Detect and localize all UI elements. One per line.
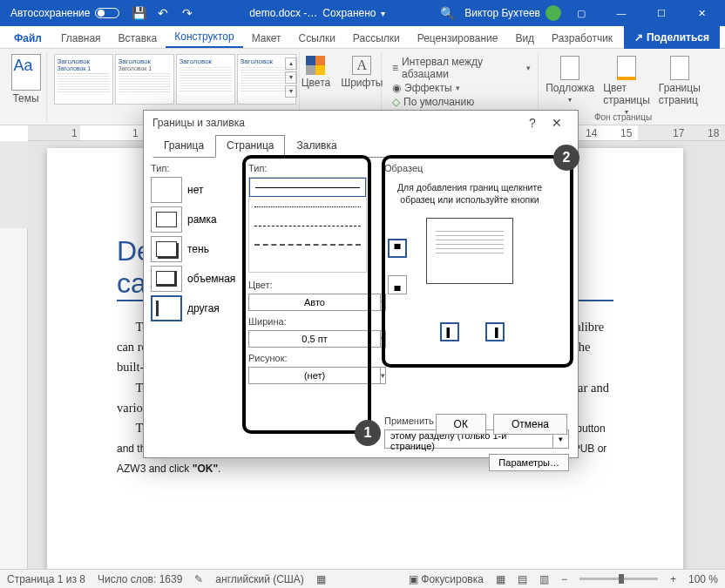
tab-file[interactable]: Файл xyxy=(3,29,52,48)
dialog-tab-page[interactable]: Страница xyxy=(215,135,285,158)
saved-label: Сохранено xyxy=(322,7,376,19)
preview-hint: Для добавления границ щелкните образец и… xyxy=(384,177,555,211)
macros-icon[interactable]: ▦ xyxy=(316,573,326,585)
status-language[interactable]: английский (США) xyxy=(215,573,303,585)
line-style-list[interactable] xyxy=(248,177,367,273)
color-value[interactable] xyxy=(248,294,381,311)
autosave-label: Автосохранение xyxy=(10,7,90,19)
gallery-down-icon[interactable]: ▾ xyxy=(285,71,297,84)
ok-button[interactable]: ОК xyxy=(436,414,486,435)
zoom-out-icon[interactable]: − xyxy=(561,573,567,585)
fonts-label: Шрифты xyxy=(341,77,383,89)
toggle-switch[interactable] xyxy=(95,8,119,18)
options-button[interactable]: Параметры… xyxy=(489,454,569,471)
page-color-button[interactable]: Цвет страницы▾ xyxy=(603,56,650,116)
effects-button[interactable]: ◉Эффекты▾ xyxy=(392,82,531,94)
preview-box[interactable] xyxy=(426,218,513,284)
colors-button[interactable]: Цвета xyxy=(300,54,332,91)
setting-label: объемная xyxy=(187,273,235,285)
status-words[interactable]: Число слов: 1639 xyxy=(98,573,182,585)
zoom-level[interactable]: 100 % xyxy=(688,573,718,585)
art-combo[interactable]: ▾ xyxy=(248,367,367,384)
style-set-item[interactable]: ЗаголовокЗаголовок 1 xyxy=(115,54,174,105)
pagecolor-label: Цвет страницы xyxy=(603,82,650,106)
settings-column: Тип: нет рамка тень объемная другая xyxy=(151,163,245,321)
tab-developer[interactable]: Разработчик xyxy=(543,29,621,48)
style-set-gallery[interactable]: ЗаголовокЗаголовок 1 ЗаголовокЗаголовок … xyxy=(54,54,296,105)
effects-label: Эффекты xyxy=(404,82,452,94)
undo-icon[interactable]: ↶ xyxy=(151,3,175,24)
setting-custom[interactable]: другая xyxy=(151,295,245,321)
share-button[interactable]: ↗ Поделиться xyxy=(624,26,720,49)
ribbon-options-icon[interactable]: ▢ xyxy=(561,0,601,26)
tab-review[interactable]: Рецензирование xyxy=(409,29,507,48)
tab-home[interactable]: Главная xyxy=(52,29,110,48)
style-set-item[interactable]: ЗаголовокЗаголовок 1 xyxy=(54,54,113,105)
tpl-head: Заголовок xyxy=(58,57,110,65)
dialog-close-icon[interactable]: ✕ xyxy=(545,111,569,135)
pageborders-label: Границы страниц xyxy=(659,82,701,106)
search-icon[interactable]: 🔍 xyxy=(435,3,459,24)
dialog-titlebar: Границы и заливка ? ✕ xyxy=(144,111,578,135)
tab-references[interactable]: Ссылки xyxy=(290,29,344,48)
view-read-icon[interactable]: ▦ xyxy=(496,573,505,585)
themes-label: Темы xyxy=(12,92,38,105)
dialog-help-icon[interactable]: ? xyxy=(520,111,545,135)
border-top-btn[interactable]: ▀ xyxy=(388,239,407,258)
dialog-tab-fill[interactable]: Заливка xyxy=(285,135,348,158)
vertical-ruler[interactable] xyxy=(0,141,28,569)
tab-layout[interactable]: Макет xyxy=(243,29,290,48)
redo-icon[interactable]: ↷ xyxy=(175,3,200,24)
settings-label: Тип: xyxy=(151,163,245,173)
save-icon[interactable]: 💾 xyxy=(126,3,151,24)
zoom-in-icon[interactable]: + xyxy=(670,573,676,585)
setting-shadow[interactable]: тень xyxy=(151,236,245,262)
tab-insert[interactable]: Вставка xyxy=(110,29,166,48)
tab-design[interactable]: Конструктор xyxy=(166,27,242,48)
close-icon[interactable]: ✕ xyxy=(681,0,722,26)
avatar[interactable] xyxy=(545,5,561,21)
width-combo[interactable]: ▾ xyxy=(248,330,367,348)
zoom-slider[interactable] xyxy=(579,578,658,580)
fonts-button[interactable]: AШрифты xyxy=(339,54,384,91)
status-page[interactable]: Страница 1 из 8 xyxy=(7,573,85,585)
tab-mailings[interactable]: Рассылки xyxy=(344,29,409,48)
share-label: Поделиться xyxy=(647,31,709,44)
style-set-item[interactable]: Заголовок xyxy=(176,54,235,105)
gallery-up-icon[interactable]: ▴ xyxy=(285,57,297,70)
paragraph-spacing-button[interactable]: ≡Интервал между абзацами▾ xyxy=(392,56,531,80)
border-bottom-btn[interactable]: ▄ xyxy=(388,275,407,294)
art-value[interactable] xyxy=(248,367,381,384)
setting-3d[interactable]: объемная xyxy=(151,266,245,292)
tab-view[interactable]: Вид xyxy=(506,29,543,48)
minimize-icon[interactable]: — xyxy=(601,0,641,26)
set-default-button[interactable]: ◇По умолчанию xyxy=(392,96,531,108)
page-borders-button[interactable]: Границы страниц xyxy=(659,56,701,116)
border-left-btn[interactable]: ▌ xyxy=(440,322,459,341)
width-value[interactable] xyxy=(248,330,381,348)
setting-box[interactable]: рамка xyxy=(151,206,245,233)
cancel-button[interactable]: Отмена xyxy=(493,414,567,435)
autosave-toggle[interactable]: Автосохранение xyxy=(3,7,126,19)
dialog-title-label: Границы и заливка xyxy=(152,117,245,129)
setting-none[interactable]: нет xyxy=(151,177,245,203)
watermark-button[interactable]: Подложка▾ xyxy=(545,56,594,116)
tpl-head: Заголовок xyxy=(180,57,232,65)
default-label: По умолчанию xyxy=(403,96,474,108)
spellcheck-icon[interactable]: ✎ xyxy=(194,573,203,585)
dialog-body: Тип: нет рамка тень объемная другая Тип:… xyxy=(144,158,578,442)
focus-mode[interactable]: ▣ Фокусировка xyxy=(409,573,484,585)
titlebar: Автосохранение 💾 ↶ ↷ demo.docx -… Сохран… xyxy=(0,0,725,26)
border-right-btn[interactable]: ▐ xyxy=(485,322,505,341)
preview-title: Образец xyxy=(384,163,555,173)
dialog-tab-border[interactable]: Граница xyxy=(152,135,215,158)
view-web-icon[interactable]: ▥ xyxy=(539,573,549,585)
gallery-more-icon[interactable]: ▾ xyxy=(285,85,297,98)
maximize-icon[interactable]: ☐ xyxy=(641,0,681,26)
color-combo[interactable]: ▾ xyxy=(248,294,367,311)
themes-button[interactable]: Aа xyxy=(11,54,41,91)
view-print-icon[interactable]: ▤ xyxy=(518,573,527,585)
setting-label: рамка xyxy=(187,213,217,226)
plain-text: . xyxy=(218,463,220,475)
status-bar: Страница 1 из 8 Число слов: 1639 ✎ англи… xyxy=(0,569,725,588)
